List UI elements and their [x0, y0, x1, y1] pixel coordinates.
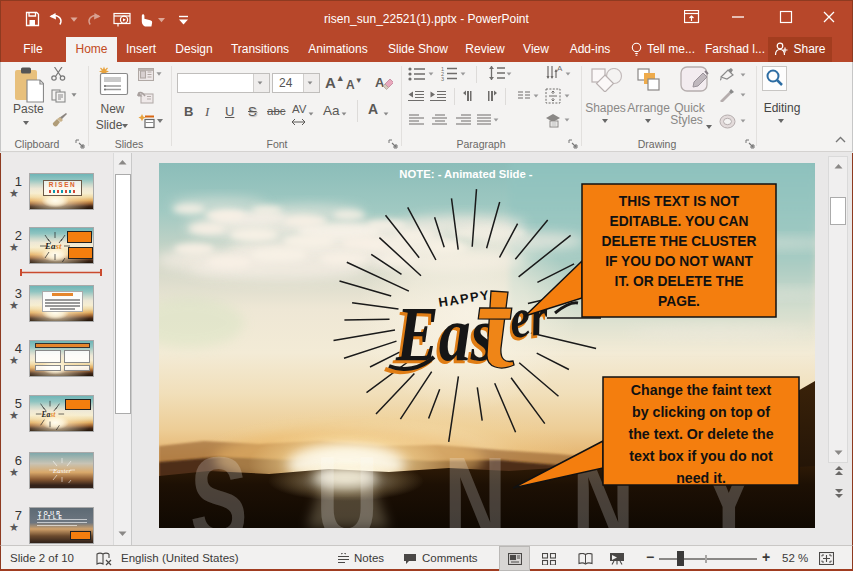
svg-text:A: A: [557, 65, 563, 73]
svg-text:East: East: [44, 241, 62, 251]
svg-text:PAGE.: PAGE.: [658, 294, 700, 309]
svg-text:Easter: Easter: [52, 467, 72, 475]
svg-text:IF YOU DO NOT WANT: IF YOU DO NOT WANT: [605, 254, 753, 269]
svg-text:EDITABLE. YOU CAN: EDITABLE. YOU CAN: [610, 214, 749, 229]
svg-text:Change the faint text: Change the faint text: [631, 382, 772, 398]
svg-text:A: A: [375, 75, 385, 90]
svg-text:East: East: [41, 410, 57, 419]
svg-text:NOTE: - Animated Slide -: NOTE: - Animated Slide -: [399, 168, 533, 180]
svg-text:Eas: Eas: [395, 290, 495, 376]
svg-text:U: U: [316, 432, 378, 528]
svg-text:text box if you do not: text box if you do not: [629, 448, 773, 464]
svg-text:N: N: [444, 432, 506, 528]
svg-text:THIS TEXT IS NOT: THIS TEXT IS NOT: [619, 194, 740, 209]
svg-text:S: S: [190, 432, 248, 528]
svg-text:need it.: need it.: [676, 470, 726, 486]
svg-text:the text. Or delete the: the text. Or delete the: [628, 426, 773, 442]
svg-text:DELETE THE CLUSTER: DELETE THE CLUSTER: [602, 234, 757, 249]
svg-text:IT. OR DELETE THE: IT. OR DELETE THE: [615, 274, 744, 289]
svg-text:3: 3: [441, 76, 444, 82]
svg-text:by clicking on top of: by clicking on top of: [632, 404, 770, 420]
